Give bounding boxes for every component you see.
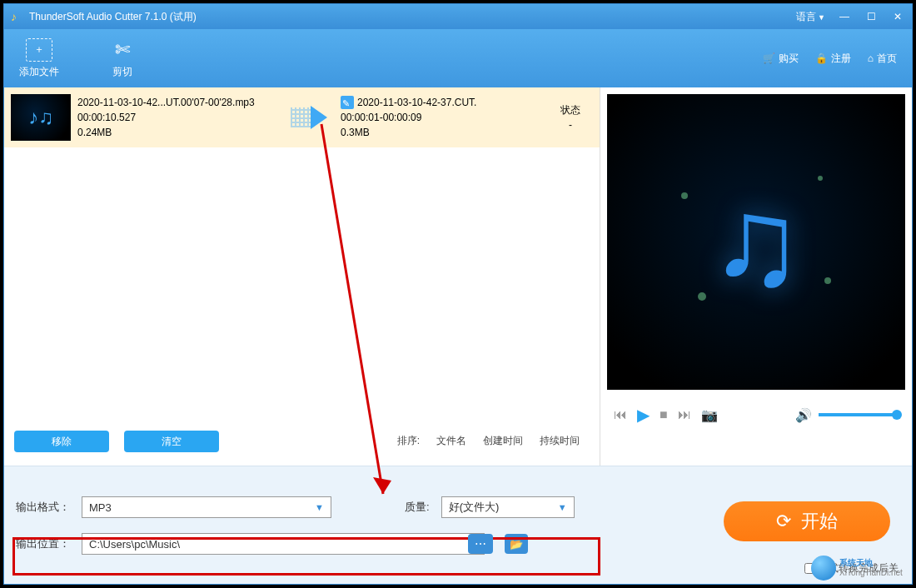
left-pane: ♪♫ 2020-11-03-10-42...UT.00'07-00'28.mp3… <box>4 87 600 466</box>
add-files-button[interactable]: ＋ 添加文件 <box>19 38 59 79</box>
clear-button[interactable]: 清空 <box>124 431 219 452</box>
app-window: ThunderSoft Audio Cutter 7.1.0 (试用) 语言▼ … <box>3 3 913 585</box>
quality-select[interactable]: 好(文件大)▼ <box>441 496 575 518</box>
snapshot-button[interactable]: 📷 <box>701 407 718 423</box>
quality-label: 质量: <box>405 500 430 515</box>
arrow-icon <box>277 106 341 129</box>
sort-by-duration[interactable]: 持续时间 <box>540 434 580 448</box>
sort-label: 排序: <box>397 434 420 448</box>
source-size: 0.24MB <box>77 125 277 140</box>
scissors-icon: ✄ <box>109 38 136 62</box>
output-file-meta: 2020-11-03-10-42-37.CUT. 00:00:01-00:00:… <box>341 95 541 140</box>
cut-button[interactable]: ✄ 剪切 <box>109 38 136 79</box>
home-icon: ⌂ <box>868 52 874 64</box>
list-actions: 移除 清空 排序: 文件名 创建时间 持续时间 <box>4 424 600 466</box>
refresh-icon: ⟳ <box>776 511 791 532</box>
next-button[interactable]: ⏭ <box>678 407 691 422</box>
source-filename: 2020-11-03-10-42...UT.00'07-00'28.mp3 <box>77 95 277 110</box>
titlebar: ThunderSoft Audio Cutter 7.1.0 (试用) 语言▼ … <box>4 4 912 29</box>
maximize-button[interactable]: ☐ <box>864 11 879 22</box>
start-button[interactable]: ⟳ 开始 <box>724 501 890 541</box>
play-button[interactable]: ▶ <box>637 405 650 425</box>
content-area: ♪♫ 2020-11-03-10-42...UT.00'07-00'28.mp3… <box>4 87 912 466</box>
file-row[interactable]: ♪♫ 2020-11-03-10-42...UT.00'07-00'28.mp3… <box>4 87 600 148</box>
lock-icon: 🔒 <box>815 52 828 64</box>
output-path-input[interactable]: C:\Users\pc\Music\ <box>82 533 485 555</box>
volume-control[interactable]: 🔊 <box>795 407 899 423</box>
format-label: 输出格式： <box>16 500 70 515</box>
output-size: 0.3MB <box>341 125 541 140</box>
preview-panel <box>607 94 905 390</box>
remove-button[interactable]: 移除 <box>14 431 109 452</box>
sort-by-ctime[interactable]: 创建时间 <box>483 434 523 448</box>
source-file-meta: 2020-11-03-10-42...UT.00'07-00'28.mp3 00… <box>77 95 277 140</box>
stop-button[interactable]: ■ <box>660 407 668 422</box>
right-pane: ⏮ ▶ ■ ⏭ 📷 🔊 <box>600 87 912 466</box>
browse-folder-button[interactable]: 📂 <box>505 534 528 554</box>
file-thumbnail: ♪♫ <box>11 94 71 141</box>
volume-slider[interactable] <box>819 413 899 416</box>
format-select[interactable]: MP3▼ <box>82 496 331 518</box>
cart-icon: 🛒 <box>763 52 775 64</box>
prev-button[interactable]: ⏮ <box>614 407 627 422</box>
toolbar: ＋ 添加文件 ✄ 剪切 🛒 购买 🔒 注册 ⌂ 首页 <box>4 29 912 87</box>
buy-link[interactable]: 🛒 购买 <box>763 52 799 66</box>
home-link[interactable]: ⌂ 首页 <box>868 52 897 66</box>
speaker-icon: 🔊 <box>795 407 812 423</box>
register-link[interactable]: 🔒 注册 <box>815 52 851 66</box>
output-range: 00:00:01-00:00:09 <box>341 110 541 125</box>
app-title: ThunderSoft Audio Cutter 7.1.0 (试用) <box>29 10 197 24</box>
minimize-button[interactable]: — <box>837 11 852 22</box>
file-list: ♪♫ 2020-11-03-10-42...UT.00'07-00'28.mp3… <box>4 87 600 424</box>
status-value: - <box>541 117 600 132</box>
edit-icon[interactable] <box>341 96 354 109</box>
globe-icon <box>811 556 836 581</box>
film-plus-icon: ＋ <box>26 38 52 62</box>
app-icon <box>11 10 24 23</box>
watermark: 系统天地 XiTongTianDi.net <box>811 553 911 583</box>
status-header: 状态 <box>541 102 600 117</box>
output-settings: 输出格式： MP3▼ 质量: 好(文件大)▼ 输出位置： C:\Users\pc… <box>4 466 912 584</box>
playback-controls: ⏮ ▶ ■ ⏭ 📷 🔊 <box>600 396 912 433</box>
sort-by-filename[interactable]: 文件名 <box>436 434 466 448</box>
close-button[interactable]: ✕ <box>890 11 905 22</box>
music-note-icon <box>673 159 839 326</box>
source-duration: 00:00:10.527 <box>77 110 277 125</box>
output-filename: 2020-11-03-10-42-37.CUT. <box>357 95 476 110</box>
more-button[interactable]: ⋯ <box>468 534 493 554</box>
language-menu[interactable]: 语言▼ <box>796 10 825 24</box>
status-column: 状态 - <box>541 102 600 132</box>
output-path-label: 输出位置： <box>16 536 70 551</box>
